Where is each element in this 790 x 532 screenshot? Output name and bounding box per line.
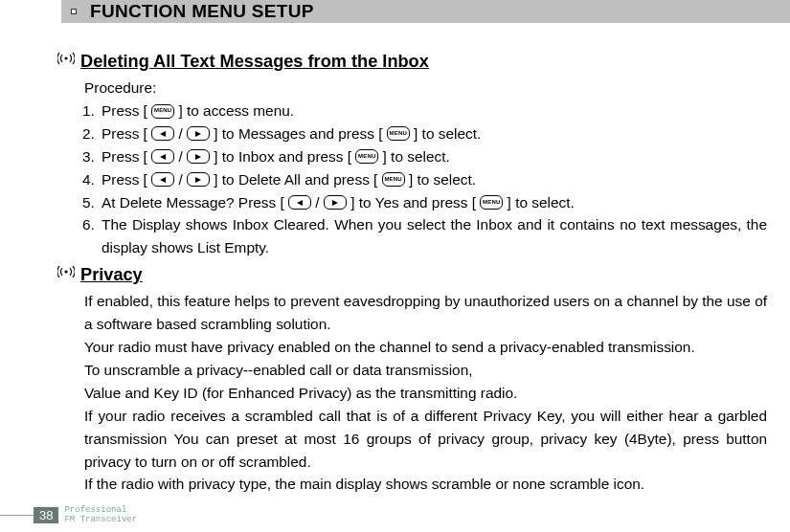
- privacy-p6: If the radio with privacy type, the main…: [84, 473, 767, 496]
- page-title: FUNCTION MENU SETUP: [90, 1, 314, 22]
- procedure-label: Procedure:: [84, 77, 767, 100]
- step-3: Press [ / ] to Inbox and press [ MENU ] …: [102, 145, 767, 168]
- footer: 38 Professional FM Transceiver: [0, 506, 137, 524]
- privacy-p5: If your radio receives a scrambled call …: [84, 405, 767, 474]
- left-arrow-icon: [151, 126, 174, 141]
- footer-text: Professional FM Transceiver: [64, 506, 137, 524]
- content: Deleting All Text Messages from the Inbo…: [0, 23, 790, 496]
- right-arrow-icon: [187, 126, 210, 141]
- step-2: Press [ / ] to Messages and press [ MENU…: [102, 122, 767, 145]
- svg-point-1: [64, 271, 67, 274]
- menu-button-icon: MENU: [151, 104, 174, 119]
- privacy-p2: Your radio must have privacy enabled on …: [84, 336, 767, 359]
- footer-rule: [0, 515, 34, 516]
- privacy-p3: To unscramble a privacy--enabled call or…: [84, 359, 767, 382]
- menu-button-icon: MENU: [355, 149, 378, 164]
- section-heading-deleting: Deleting All Text Messages from the Inbo…: [57, 48, 767, 75]
- step-5: At Delete Message? Press [ / ] to Yes an…: [102, 191, 767, 214]
- privacy-p4: Value and Key ID (for Enhanced Privacy) …: [84, 382, 767, 405]
- left-arrow-icon: [151, 149, 174, 164]
- procedure-steps: Press [ MENU ] to access menu. Press [ /…: [57, 100, 767, 259]
- privacy-text: If enabled, this feature helps to preven…: [84, 290, 767, 496]
- radio-waves-icon: [57, 263, 75, 286]
- radio-waves-icon: [57, 50, 75, 73]
- privacy-p1: If enabled, this feature helps to preven…: [84, 290, 767, 336]
- step-1: Press [ MENU ] to access menu.: [102, 100, 767, 122]
- svg-point-0: [64, 57, 67, 60]
- section-title: Privacy: [80, 261, 143, 288]
- menu-button-icon: MENU: [480, 195, 503, 210]
- menu-button-icon: MENU: [382, 172, 405, 187]
- right-arrow-icon: [187, 149, 210, 164]
- section-heading-privacy: Privacy: [57, 261, 767, 288]
- left-arrow-icon: [151, 172, 174, 187]
- menu-button-icon: MENU: [387, 126, 410, 141]
- bullet-icon: [71, 9, 77, 14]
- header-bar: FUNCTION MENU SETUP: [61, 0, 790, 23]
- right-arrow-icon: [187, 172, 210, 187]
- page-number: 38: [34, 507, 58, 523]
- left-arrow-icon: [288, 195, 311, 210]
- right-arrow-icon: [324, 195, 347, 210]
- step-4: Press [ / ] to Delete All and press [ ME…: [102, 168, 767, 191]
- step-6: The Display shows Inbox Cleared. When yo…: [102, 213, 767, 259]
- section-title: Deleting All Text Messages from the Inbo…: [80, 48, 429, 75]
